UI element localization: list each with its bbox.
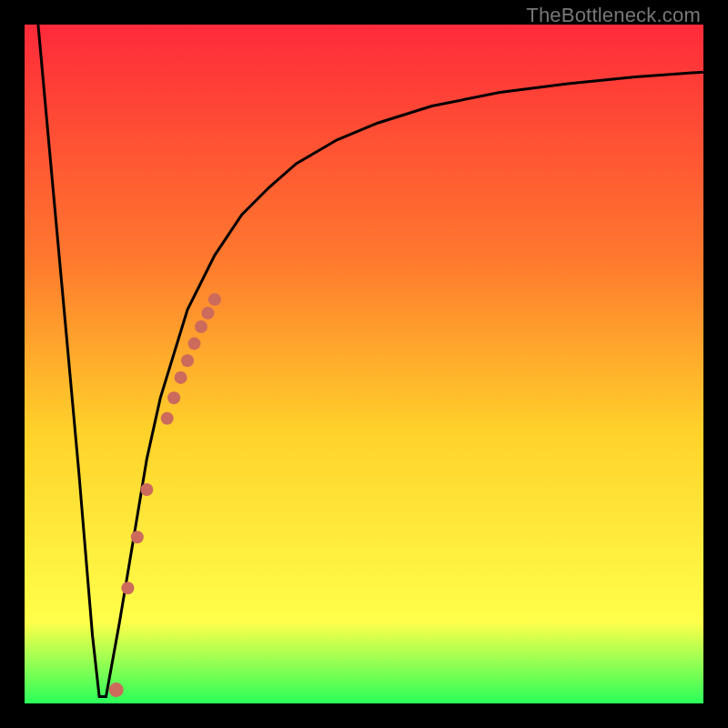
plot-area bbox=[25, 25, 703, 703]
watermark-text: TheBottleneck.com bbox=[526, 4, 701, 27]
highlight-dot bbox=[121, 581, 134, 594]
highlight-dot bbox=[175, 371, 187, 384]
highlight-dot bbox=[109, 682, 124, 697]
highlight-dot bbox=[208, 293, 221, 306]
highlight-dot bbox=[188, 338, 201, 350]
highlight-dot bbox=[161, 412, 174, 425]
highlight-dot bbox=[140, 483, 153, 496]
highlight-dot bbox=[195, 320, 207, 333]
highlight-dot bbox=[131, 531, 144, 543]
highlight-dots bbox=[109, 293, 221, 697]
highlight-dot bbox=[201, 307, 214, 319]
highlight-dot bbox=[167, 391, 180, 404]
bottleneck-curve bbox=[38, 25, 703, 697]
chart-frame: TheBottleneck.com bbox=[0, 0, 728, 728]
curve-layer bbox=[25, 25, 703, 703]
highlight-dot bbox=[181, 354, 194, 367]
